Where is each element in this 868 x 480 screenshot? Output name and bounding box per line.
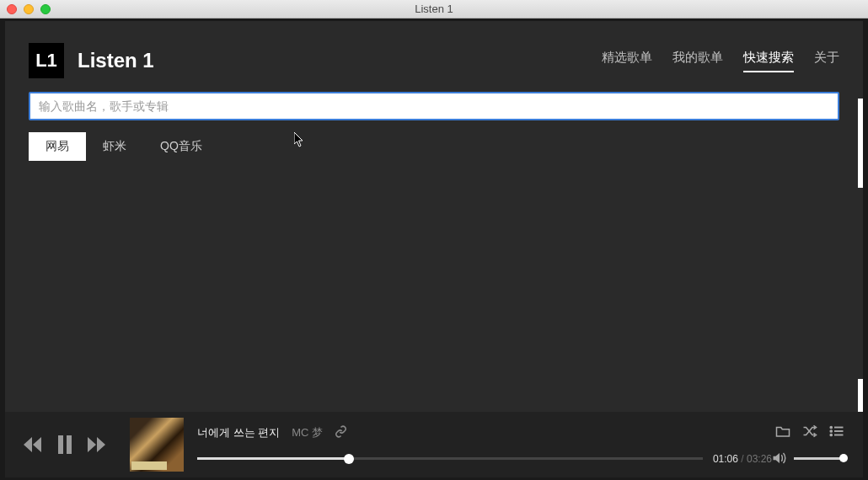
- playback-controls: [24, 435, 106, 454]
- open-folder-icon[interactable]: [775, 424, 790, 438]
- volume-slider[interactable]: [794, 457, 844, 460]
- svg-point-2: [830, 427, 832, 429]
- player-right-controls: [772, 424, 844, 465]
- window-titlebar: Listen 1: [0, 0, 868, 19]
- scrollbar-thumb[interactable]: [858, 379, 863, 413]
- nav-item-search[interactable]: 快速搜索: [743, 50, 794, 72]
- progress-bar[interactable]: [197, 457, 703, 460]
- nav-item-my-playlists[interactable]: 我的歌单: [672, 50, 723, 72]
- previous-button[interactable]: [24, 437, 42, 452]
- tab-netease[interactable]: 网易: [29, 132, 86, 161]
- album-art[interactable]: [130, 418, 184, 472]
- search-input[interactable]: [29, 92, 839, 120]
- svg-point-6: [830, 435, 832, 436]
- volume-thumb[interactable]: [839, 454, 848, 462]
- nav: 精选歌单 我的歌单 快速搜索 关于: [602, 50, 839, 72]
- scrollbar-thumb[interactable]: [858, 99, 863, 188]
- volume-fill: [794, 457, 844, 460]
- player-bar: 너에게 쓰는 편지 MC 梦 01:06 / 03:26: [5, 412, 863, 477]
- progress-fill: [197, 457, 349, 460]
- header: L1 Listen 1 精选歌单 我的歌单 快速搜索 关于: [5, 21, 863, 85]
- window-title: Listen 1: [415, 3, 453, 15]
- close-window-button[interactable]: [7, 4, 17, 14]
- svg-rect-0: [58, 435, 63, 454]
- duration: 03:26: [747, 453, 772, 465]
- track-info: 너에게 쓰는 편지 MC 梦 01:06 / 03:26: [197, 425, 772, 465]
- nav-item-featured[interactable]: 精选歌单: [602, 50, 652, 72]
- shuffle-icon[interactable]: [802, 424, 817, 438]
- nav-item-about[interactable]: 关于: [814, 50, 839, 72]
- svg-point-4: [830, 430, 832, 432]
- next-button[interactable]: [88, 437, 106, 452]
- current-time: 01:06: [713, 453, 738, 465]
- link-icon[interactable]: [335, 425, 347, 441]
- time-display: 01:06 / 03:26: [713, 453, 772, 465]
- source-tabs: 网易 虾米 QQ音乐: [5, 120, 863, 161]
- progress-thumb[interactable]: [344, 454, 354, 464]
- app-body: L1 Listen 1 精选歌单 我的歌单 快速搜索 关于 网易 虾米 QQ音乐: [5, 21, 863, 477]
- pause-button[interactable]: [57, 435, 72, 454]
- app-title: Listen 1: [78, 49, 154, 72]
- volume-icon[interactable]: [772, 451, 787, 465]
- logo-text: L1: [35, 50, 57, 72]
- tab-xiami[interactable]: 虾米: [86, 132, 143, 161]
- track-title: 너에게 쓰는 편지: [197, 425, 280, 440]
- playlist-icon[interactable]: [829, 424, 844, 438]
- track-artist[interactable]: MC 梦: [292, 425, 323, 440]
- tab-qqmusic[interactable]: QQ音乐: [143, 132, 219, 161]
- app-logo: L1: [29, 43, 64, 78]
- search-row: [5, 85, 863, 120]
- minimize-window-button[interactable]: [24, 4, 34, 14]
- maximize-window-button[interactable]: [40, 4, 51, 14]
- svg-rect-1: [67, 435, 72, 454]
